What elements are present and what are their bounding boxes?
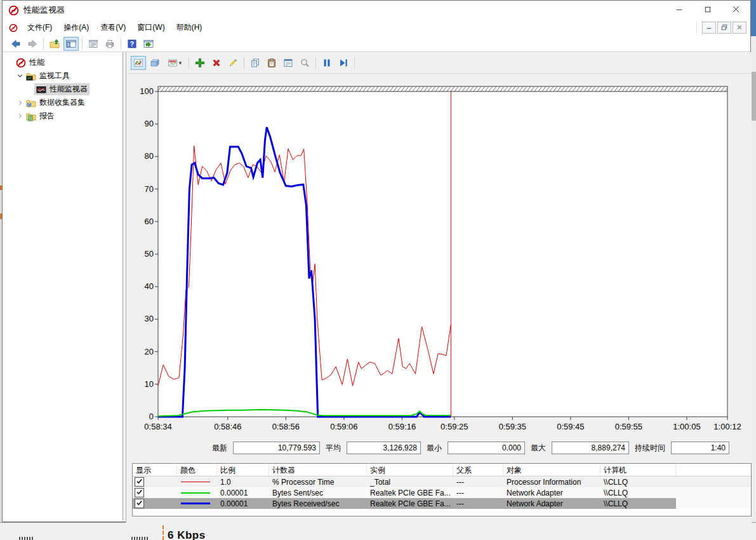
y-axis-tick-label: 100 <box>135 86 154 96</box>
tree-item-label: 数据收集器集 <box>39 97 85 108</box>
stat-value: 3,126,928 <box>347 442 421 454</box>
y-axis-tick-label: 0 <box>135 412 154 421</box>
print-button[interactable] <box>102 37 117 51</box>
console-tree-panel: 性能监视工具性能监视器数据收集器集报告 <box>3 52 123 520</box>
legend-parent-cell: --- <box>453 498 503 509</box>
back-arrow-icon <box>11 39 21 49</box>
up-one-level-button[interactable] <box>47 37 62 51</box>
tree-item-label: 性能 <box>29 57 44 68</box>
export-list-button[interactable] <box>86 37 101 51</box>
chevron-down-icon[interactable] <box>15 72 24 81</box>
tree-spacer <box>5 58 14 67</box>
legend-scale-cell: 0.00001 <box>217 498 269 509</box>
legend-instance-cell: Realtek PCIe GBE Fa... <box>367 498 453 509</box>
tree-item-label: 性能监视器 <box>50 84 88 95</box>
show-hide-console-tree-button[interactable] <box>63 37 79 51</box>
legend-counter-row[interactable]: 0.00001Bytes Received/secRealtek PCIe GB… <box>133 498 751 509</box>
maximize-button[interactable] <box>693 1 722 20</box>
legend-instance-cell: _Total <box>367 476 453 487</box>
legend-object-cell: Network Adapter <box>503 487 600 498</box>
tree-item-label: 监视工具 <box>39 71 70 81</box>
legend-column-header[interactable]: 父系 <box>453 464 503 476</box>
legend-column-header[interactable]: 对象 <box>503 464 600 476</box>
legend-object-cell: Processor Information <box>503 476 600 487</box>
background-window-strip-blue <box>751 0 756 36</box>
mdi-close-icon <box>736 23 743 32</box>
legend-counter-cell: Bytes Received/sec <box>269 498 367 509</box>
mdi-restore-button[interactable] <box>717 22 731 34</box>
titlebar-buttons <box>665 1 750 20</box>
background-dashed-marker <box>162 525 164 540</box>
background-text-fragment <box>19 537 33 540</box>
show-checkbox[interactable] <box>135 499 144 508</box>
menu-bar: 文件(F)操作(A)查看(V)窗口(W)帮助(H) <box>3 20 750 36</box>
show-checkbox[interactable] <box>135 477 144 487</box>
show-hide-action-pane-button[interactable] <box>141 37 156 51</box>
legend-show-cell <box>133 476 177 487</box>
print-icon <box>105 39 115 49</box>
y-axis-tick-label: 50 <box>135 249 154 259</box>
legend-header-row: 显示颜色比例计数器实例父系对象计算机 <box>133 464 751 476</box>
x-axis-tick-label: 1:00:05 <box>667 422 706 431</box>
legend-counter-row[interactable]: 0.00001Bytes Sent/secRealtek PCIe GBE Fa… <box>133 487 751 498</box>
y-axis-tick-label: 80 <box>135 151 154 161</box>
y-axis-tick-label: 40 <box>135 281 154 291</box>
check-icon <box>136 478 143 487</box>
tree-item-perfmon[interactable]: 性能 <box>3 56 123 69</box>
x-axis-tick-label: 0:59:55 <box>609 422 648 431</box>
legend-column-header[interactable]: 计算机 <box>600 464 676 476</box>
stat-label: 最小 <box>427 443 442 454</box>
tree-item-folder-data-collector[interactable]: 数据收集器集 <box>3 96 123 109</box>
performance-monitor-icon <box>36 84 47 95</box>
show-hide-action-pane-icon <box>143 39 154 49</box>
legend-filler-cell <box>676 487 752 498</box>
x-axis-tick-label: 0:59:25 <box>435 422 474 431</box>
folder-data-collector-icon <box>26 98 37 108</box>
minimize-button[interactable] <box>665 1 693 20</box>
menu-item[interactable]: 窗口(W) <box>131 20 170 36</box>
x-axis-tick-label: 0:58:46 <box>208 422 248 431</box>
stat-label: 平均 <box>326 443 341 454</box>
menu-item[interactable]: 操作(A) <box>58 20 95 36</box>
legend-column-header[interactable]: 比例 <box>217 464 269 476</box>
legend-object-cell: Network Adapter <box>503 498 600 509</box>
y-axis-tick-label: 60 <box>135 217 154 226</box>
legend-counter-cell: Bytes Sent/sec <box>269 487 367 498</box>
chevron-right-icon[interactable] <box>15 98 24 107</box>
perfmon-menu-icon <box>9 24 18 32</box>
mdi-minimize-icon <box>706 23 712 32</box>
forward-arrow-icon <box>27 39 37 49</box>
chart-plot[interactable] <box>152 84 733 425</box>
tree-item-performance-monitor[interactable]: 性能监视器 <box>3 83 123 96</box>
show-checkbox[interactable] <box>135 488 144 497</box>
title-bar: 性能监视器 <box>3 1 750 20</box>
mdi-restore-icon <box>721 23 727 32</box>
svg-text:?: ? <box>130 40 134 48</box>
legend-column-header[interactable]: 计数器 <box>269 464 367 476</box>
tree-item-folder-monitor-tools[interactable]: 监视工具 <box>3 69 123 83</box>
menu-item[interactable]: 文件(F) <box>22 20 58 36</box>
back-arrow-button[interactable] <box>8 37 23 51</box>
x-axis-tick-label: 0:59:06 <box>324 422 364 431</box>
color-swatch <box>181 482 210 482</box>
folder-monitor-tools-icon <box>26 71 37 81</box>
tree-item-folder-report[interactable]: 报告 <box>3 109 123 123</box>
menu-item[interactable]: 帮助(H) <box>171 20 208 36</box>
legend-column-header[interactable]: 实例 <box>367 464 453 476</box>
forward-arrow-button[interactable] <box>25 37 40 51</box>
stat-label: 持续时间 <box>635 443 665 454</box>
legend-column-header[interactable]: 颜色 <box>177 464 217 476</box>
mdi-close-button[interactable] <box>733 22 746 34</box>
close-button[interactable] <box>722 1 750 20</box>
legend-parent-cell: --- <box>453 476 503 487</box>
menu-item[interactable]: 查看(V) <box>95 20 131 36</box>
background-kbps-label: 6 Kbps <box>168 529 206 540</box>
legend-counter-row[interactable]: 1.0% Processor Time_Total---Processor In… <box>133 476 751 487</box>
chevron-right-icon[interactable] <box>15 112 24 121</box>
legend-column-header[interactable]: 显示 <box>133 464 177 476</box>
window-title: 性能监视器 <box>23 4 65 16</box>
x-axis-tick-label: 0:59:35 <box>493 422 532 431</box>
legend-column-filler[interactable] <box>676 464 752 476</box>
mdi-minimize-button[interactable] <box>702 22 716 34</box>
help-button[interactable]: ? <box>124 37 140 51</box>
